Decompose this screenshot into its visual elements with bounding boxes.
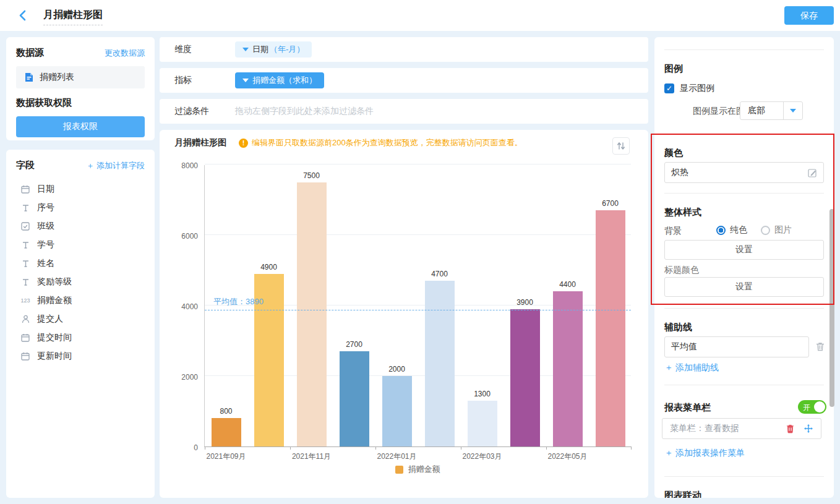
field-item[interactable]: 日期 bbox=[16, 180, 145, 199]
bar[interactable] bbox=[340, 351, 369, 446]
average-reference-line bbox=[205, 310, 631, 310]
bar[interactable] bbox=[468, 401, 497, 446]
toggle-knob bbox=[814, 401, 825, 412]
add-report-menu-link[interactable]: ＋ 添加报表操作菜单 bbox=[664, 448, 745, 459]
bar[interactable] bbox=[596, 210, 625, 446]
radio-solid-label: 纯色 bbox=[730, 224, 747, 236]
top-bar: 月捐赠柱形图 保存 bbox=[0, 0, 840, 31]
chevron-down-icon bbox=[242, 79, 249, 82]
scrollbar-thumb[interactable] bbox=[829, 209, 834, 407]
report-permission-button[interactable]: 报表权限 bbox=[16, 116, 145, 137]
plot-area: 8004900750027002000470013003900440067002… bbox=[204, 165, 631, 447]
dimension-label: 维度 bbox=[160, 44, 235, 55]
add-aux-line-link[interactable]: ＋ 添加辅助线 bbox=[664, 362, 719, 374]
field-item[interactable]: 姓名 bbox=[16, 254, 145, 273]
x-tick-label: 2021年11月 bbox=[281, 451, 343, 462]
y-tick-label: 0 bbox=[163, 443, 198, 452]
radio-selected-icon[interactable] bbox=[716, 226, 726, 235]
report-menu-item-label: 菜单栏：查看数据 bbox=[670, 423, 786, 434]
delete-icon[interactable] bbox=[786, 424, 795, 434]
settings-panel: 图例 ✓ 显示图例 图例显示在图表 底部 颜色 炽热 整体样式 背景 纯色 图片… bbox=[654, 37, 834, 498]
select-icon bbox=[20, 221, 31, 231]
y-tick-label: 8000 bbox=[163, 161, 198, 170]
permission-heading: 数据获取权限 bbox=[16, 97, 145, 109]
bar[interactable] bbox=[382, 376, 412, 446]
y-tick-label: 4000 bbox=[163, 302, 198, 311]
datasource-item[interactable]: 捐赠列表 bbox=[16, 66, 145, 88]
chart-legend[interactable]: 捐赠金额 bbox=[204, 464, 631, 475]
bar-value-label: 7500 bbox=[287, 171, 336, 180]
x-tick bbox=[205, 446, 205, 450]
aux-line-input[interactable]: 平均值 bbox=[664, 336, 809, 357]
field-item[interactable]: 序号 bbox=[16, 199, 145, 217]
dimension-chip-main: 日期 bbox=[252, 44, 268, 55]
bar-value-label: 3900 bbox=[500, 298, 550, 307]
field-item-label: 序号 bbox=[37, 202, 54, 213]
filter-label: 过滤条件 bbox=[160, 106, 235, 117]
field-item-label: 姓名 bbox=[37, 258, 54, 269]
edit-icon[interactable] bbox=[808, 168, 817, 177]
field-item[interactable]: 更新时间 bbox=[16, 347, 145, 365]
gridline bbox=[205, 234, 631, 235]
change-datasource-link[interactable]: 更改数据源 bbox=[105, 48, 145, 59]
dimension-row: 维度 日期 （年-月） bbox=[160, 37, 648, 62]
filter-placeholder: 拖动左侧字段到此处来添加过滤条件 bbox=[235, 106, 374, 117]
bar[interactable] bbox=[212, 418, 241, 446]
number-icon: 123 bbox=[20, 296, 31, 305]
text-icon bbox=[20, 277, 31, 287]
divider bbox=[664, 476, 824, 477]
field-item-label: 提交人 bbox=[37, 314, 63, 325]
bar[interactable] bbox=[425, 281, 455, 446]
x-tick bbox=[631, 446, 632, 450]
field-item[interactable]: 班级 bbox=[16, 217, 145, 236]
x-tick-label: 2022年01月 bbox=[366, 451, 428, 462]
color-theme-input[interactable]: 炽热 bbox=[664, 162, 824, 183]
divider bbox=[664, 193, 824, 194]
legend-position-value: 底部 bbox=[740, 102, 784, 119]
bar[interactable] bbox=[510, 309, 540, 446]
metric-chip[interactable]: 捐赠金额（求和） bbox=[235, 72, 324, 88]
chart-linkage-heading: 图表联动 bbox=[664, 490, 701, 498]
radio-image-label: 图片 bbox=[774, 224, 792, 236]
sort-icon[interactable] bbox=[612, 137, 630, 155]
bar[interactable] bbox=[297, 182, 327, 447]
chart-title: 月捐赠柱形图 bbox=[174, 137, 226, 148]
filter-row[interactable]: 过滤条件 拖动左侧字段到此处来添加过滤条件 bbox=[160, 99, 648, 124]
field-item[interactable]: 学号 bbox=[16, 236, 145, 254]
save-button[interactable]: 保存 bbox=[784, 6, 834, 25]
radio-solid-option[interactable]: 纯色 bbox=[716, 224, 747, 236]
field-item[interactable]: 123捐赠金额 bbox=[16, 291, 145, 310]
move-icon[interactable] bbox=[804, 424, 813, 434]
field-item-label: 更新时间 bbox=[37, 351, 72, 362]
radio-image-option[interactable]: 图片 bbox=[761, 224, 792, 236]
radio-unselected-icon[interactable] bbox=[761, 226, 770, 235]
report-menu-toggle[interactable]: 开 bbox=[798, 400, 826, 414]
bar[interactable] bbox=[553, 291, 583, 446]
color-theme-value: 炽热 bbox=[671, 167, 688, 178]
field-item-label: 提交时间 bbox=[37, 332, 72, 343]
chevron-down-icon[interactable] bbox=[784, 102, 802, 119]
field-item[interactable]: 提交时间 bbox=[16, 328, 145, 347]
plus-icon: ＋ bbox=[86, 161, 96, 170]
datasource-panel: 数据源 更改数据源 捐赠列表 数据获取权限 报表权限 bbox=[6, 37, 155, 140]
metric-label: 指标 bbox=[160, 75, 235, 86]
calendar-icon bbox=[20, 184, 31, 194]
field-item-label: 捐赠金额 bbox=[37, 295, 72, 306]
field-item-label: 日期 bbox=[37, 184, 54, 195]
show-legend-label: 显示图例 bbox=[680, 83, 714, 94]
checkbox-checked-icon[interactable]: ✓ bbox=[664, 83, 674, 93]
x-tick-label: 2021年09月 bbox=[195, 451, 257, 462]
chevron-down-icon bbox=[242, 48, 249, 51]
warning-text: 编辑界面只取数据源前200条作为查询数据预览，完整数据请访问页面查看。 bbox=[252, 137, 523, 148]
add-calc-field-link[interactable]: ＋ 添加计算字段 bbox=[86, 160, 145, 171]
title-color-set-button[interactable]: 设置 bbox=[664, 277, 824, 297]
background-set-button[interactable]: 设置 bbox=[664, 240, 824, 260]
dimension-chip[interactable]: 日期 （年-月） bbox=[235, 41, 312, 58]
show-legend-row[interactable]: ✓ 显示图例 bbox=[664, 83, 714, 94]
field-item[interactable]: 提交人 bbox=[16, 310, 145, 328]
field-item[interactable]: 奖励等级 bbox=[16, 273, 145, 291]
trash-icon[interactable] bbox=[815, 341, 825, 352]
back-icon[interactable] bbox=[16, 9, 30, 22]
report-menu-item[interactable]: 菜单栏：查看数据 bbox=[662, 418, 821, 439]
legend-position-select[interactable]: 底部 bbox=[740, 101, 803, 120]
